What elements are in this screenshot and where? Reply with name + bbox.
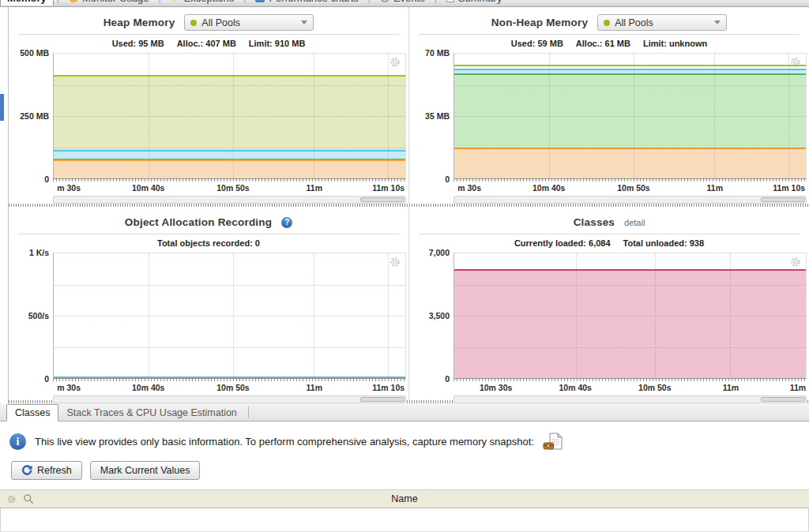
x-tick-label: 10m 40s xyxy=(132,383,164,392)
x-tick-label: 10m 40s xyxy=(559,383,591,392)
tab-monitor-usage[interactable]: Monitor Usage xyxy=(62,0,156,6)
gridline-horizontal xyxy=(54,285,405,286)
classes-chart-plot[interactable] xyxy=(453,253,807,379)
scrollbar-thumb[interactable] xyxy=(761,397,805,402)
tab-label: Summary xyxy=(458,0,502,4)
help-icon[interactable]: ? xyxy=(281,217,292,228)
x-tick-label: 11m xyxy=(707,183,723,193)
scrollbar-thumb[interactable] xyxy=(761,197,805,202)
gridline-horizontal xyxy=(54,316,405,317)
series-color-dot xyxy=(604,20,610,26)
series-line-loaded-classes xyxy=(454,269,806,271)
series-line-allocated xyxy=(454,65,806,66)
x-axis: m 30s10m 40s10m 50s11m11m 10s xyxy=(453,182,807,194)
heap-chart-plot[interactable] xyxy=(53,53,406,179)
series-line-pool-upper xyxy=(454,69,806,70)
refresh-button[interactable]: Refresh xyxy=(11,461,82,480)
y-tick-label: 0 xyxy=(44,374,49,384)
x-tick-label: 11m 1 xyxy=(790,383,807,392)
y-tick-label: 70 MB xyxy=(425,48,450,58)
clock-icon xyxy=(380,0,389,2)
chart-settings-gear-icon[interactable] xyxy=(389,56,401,69)
x-tick-label: m 30s xyxy=(457,183,481,193)
column-header-name[interactable]: Name xyxy=(0,493,809,504)
gridline-horizontal xyxy=(54,148,405,148)
gridline-vertical xyxy=(388,54,389,178)
gridline-vertical xyxy=(634,54,634,178)
chevron-down-icon xyxy=(714,21,721,24)
series-fill-allocated xyxy=(54,76,405,151)
gauge-icon xyxy=(69,0,78,2)
gridline-horizontal xyxy=(454,148,806,148)
classes-detail-link[interactable]: detail xyxy=(624,218,645,227)
gridline-vertical xyxy=(233,253,234,378)
allocation-stats: Total objects recorded: 0 xyxy=(9,237,408,249)
tab-memory[interactable]: Memory xyxy=(0,0,54,6)
nonheap-chart-plot[interactable] xyxy=(453,53,807,179)
classes-stats: Currently loaded: 6,084 Total unloaded: … xyxy=(409,237,809,249)
header-divider xyxy=(419,234,800,234)
lightning-icon xyxy=(171,0,180,2)
view-tab-bar: Memory | Monitor Usage | Exceptions | Pe… xyxy=(0,0,809,7)
y-axis: 70 MB35 MB0 xyxy=(409,53,453,179)
y-axis: 7,0003,5000 xyxy=(409,253,453,379)
info-text: This live view provides only basic infor… xyxy=(35,436,534,448)
x-tick-label: 10m 50s xyxy=(216,383,249,392)
gridline-vertical xyxy=(549,54,550,178)
series-fill-used xyxy=(54,160,405,178)
chart-settings-gear-icon[interactable] xyxy=(789,56,802,69)
refresh-icon xyxy=(21,465,32,476)
chart-settings-gear-icon[interactable] xyxy=(789,256,802,268)
gridline-horizontal xyxy=(54,85,405,86)
tab-label: Monitor Usage xyxy=(82,0,149,4)
chart-icon xyxy=(255,0,265,2)
tab-separator: | xyxy=(243,0,246,3)
memory-snapshot-icon[interactable] xyxy=(543,433,563,451)
chart-title: Classes xyxy=(574,216,615,228)
stat-unloaded: Total unloaded: 938 xyxy=(623,238,704,248)
live-view-bottom-panel: Classes Stack Traces & CPU Usage Estimat… xyxy=(0,403,809,532)
gridline-horizontal xyxy=(454,116,806,117)
allocation-chart-plot[interactable] xyxy=(53,253,406,379)
y-tick-label: 0 xyxy=(44,174,49,184)
chart-scrollbar[interactable] xyxy=(53,196,406,204)
x-tick-label: 11m xyxy=(307,183,322,193)
classes-table-body[interactable] xyxy=(0,508,809,532)
pool-selector-value: All Pools xyxy=(201,17,240,28)
gridline-horizontal xyxy=(54,347,405,348)
bottom-tab-bar: Classes Stack Traces & CPU Usage Estimat… xyxy=(0,403,809,421)
y-tick-label: 3,500 xyxy=(429,311,450,320)
classes-panel: Classes detail Currently loaded: 6,084 T… xyxy=(409,207,809,400)
tab-label: Exceptions xyxy=(184,0,235,4)
chart-scrollbar[interactable] xyxy=(453,196,807,204)
tab-stack-traces[interactable]: Stack Traces & CPU Usage Estimation xyxy=(58,405,244,421)
gridline-vertical xyxy=(233,54,234,178)
tab-events[interactable]: Events xyxy=(374,0,431,6)
tab-classes[interactable]: Classes xyxy=(6,404,58,421)
tab-summary[interactable]: Summary xyxy=(440,0,509,6)
gridline-vertical xyxy=(655,253,656,378)
tab-exceptions[interactable]: Exceptions xyxy=(164,0,241,6)
scrollbar-thumb[interactable] xyxy=(360,397,404,402)
stat-limit: Limit: 910 MB xyxy=(249,39,306,48)
tab-label: Events xyxy=(393,0,425,4)
chart-scrollbar[interactable] xyxy=(53,395,406,403)
scrollbar-thumb[interactable] xyxy=(360,197,404,202)
left-edge-indicator xyxy=(0,94,4,121)
tab-separator: | xyxy=(368,0,371,3)
heap-memory-panel: Heap Memory All Pools Used: 95 MB Alloc.… xyxy=(9,7,409,204)
chart-settings-gear-icon[interactable] xyxy=(389,256,401,268)
chart-title: Object Allocation Recording xyxy=(125,216,272,228)
nonheap-pool-selector[interactable]: All Pools xyxy=(597,14,727,31)
tab-label: Memory xyxy=(7,0,47,4)
y-tick-label: 1 K/s xyxy=(29,248,49,257)
x-tick-label: 11m xyxy=(723,383,739,392)
heap-pool-selector[interactable]: All Pools xyxy=(184,14,314,31)
mark-current-values-button[interactable]: Mark Current Values xyxy=(90,461,201,480)
x-axis: 10m 30s10m 40s10m 50s11m11m 1 xyxy=(453,381,807,394)
x-tick-label: 10m 40s xyxy=(532,183,565,193)
y-tick-label: 35 MB xyxy=(425,111,450,121)
chart-scrollbar[interactable] xyxy=(453,395,807,403)
x-tick-label: 11m 10s xyxy=(372,183,404,193)
tab-performance-charts[interactable]: Performance charts xyxy=(249,0,364,6)
